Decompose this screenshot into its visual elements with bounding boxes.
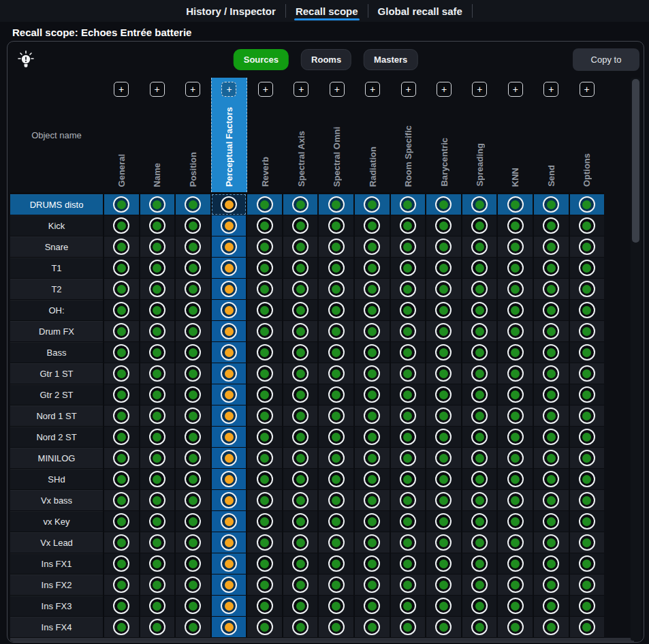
- scrollbar-thumb[interactable]: [632, 79, 639, 243]
- add-column-scope-button[interactable]: +: [365, 82, 380, 97]
- scope-cell[interactable]: [140, 532, 175, 553]
- scope-cell[interactable]: [355, 469, 390, 489]
- scope-cell[interactable]: [570, 448, 605, 468]
- scope-cell[interactable]: [570, 617, 605, 637]
- scope-cell[interactable]: [462, 300, 497, 320]
- scope-cell[interactable]: [426, 427, 461, 447]
- scope-cell[interactable]: [104, 405, 139, 426]
- scope-cell[interactable]: [570, 405, 605, 426]
- scope-cell[interactable]: [355, 342, 390, 363]
- add-column-scope-button[interactable]: +: [437, 82, 452, 97]
- scope-cell[interactable]: [319, 427, 353, 447]
- scope-cell[interactable]: [391, 596, 426, 616]
- object-row-label[interactable]: MINILOG: [10, 448, 103, 468]
- add-column-scope-button[interactable]: +: [508, 82, 523, 97]
- scope-cell[interactable]: [140, 405, 175, 426]
- add-column-scope-button[interactable]: +: [114, 82, 129, 97]
- tab-history-inspector[interactable]: History / Inspector: [176, 0, 285, 22]
- scope-cell[interactable]: [140, 511, 175, 532]
- scope-cell[interactable]: [355, 553, 390, 574]
- object-row-label[interactable]: Kick: [10, 215, 103, 236]
- scope-cell[interactable]: [391, 532, 426, 553]
- scope-cell[interactable]: [570, 553, 605, 574]
- scope-cell[interactable]: [462, 511, 497, 532]
- scope-cell[interactable]: [391, 215, 426, 236]
- scope-cell[interactable]: [391, 553, 426, 574]
- scope-cell[interactable]: [247, 617, 282, 637]
- scope-cell[interactable]: [212, 405, 247, 426]
- scope-cell[interactable]: [283, 617, 318, 637]
- scope-cell[interactable]: [140, 617, 175, 637]
- scope-cell[interactable]: [247, 427, 282, 447]
- scope-cell[interactable]: [212, 236, 247, 257]
- scope-cell[interactable]: [570, 279, 605, 299]
- scope-cell[interactable]: [176, 279, 210, 299]
- scope-cell[interactable]: [319, 448, 353, 468]
- scope-cell[interactable]: [176, 363, 210, 384]
- scope-cell[interactable]: [570, 363, 605, 384]
- scope-cell[interactable]: [426, 574, 461, 595]
- scope-cell[interactable]: [140, 574, 175, 595]
- scope-cell[interactable]: [176, 405, 210, 426]
- scope-cell[interactable]: [534, 490, 569, 510]
- scope-cell[interactable]: [462, 427, 497, 447]
- scope-cell[interactable]: [534, 342, 569, 363]
- scope-cell[interactable]: [212, 596, 247, 616]
- scope-cell[interactable]: [534, 363, 569, 384]
- scope-cell[interactable]: [319, 574, 353, 595]
- scope-cell[interactable]: [498, 617, 533, 637]
- scope-cell[interactable]: [462, 384, 497, 405]
- scope-cell[interactable]: [462, 469, 497, 489]
- scope-cell[interactable]: [426, 300, 461, 320]
- scope-cell[interactable]: [426, 448, 461, 468]
- scope-cell[interactable]: [391, 321, 426, 341]
- scope-cell[interactable]: [391, 490, 426, 510]
- scope-cell[interactable]: [355, 321, 390, 341]
- scope-cell[interactable]: [212, 363, 247, 384]
- scope-cell[interactable]: [426, 279, 461, 299]
- scope-cell[interactable]: [534, 194, 569, 215]
- scope-cell[interactable]: [247, 363, 282, 384]
- scope-cell[interactable]: [426, 215, 461, 236]
- scope-cell[interactable]: [355, 574, 390, 595]
- object-row-label[interactable]: Snare: [10, 236, 103, 257]
- scope-cell[interactable]: [176, 490, 210, 510]
- scope-cell[interactable]: [247, 342, 282, 363]
- scope-cell[interactable]: [462, 596, 497, 616]
- scope-cell[interactable]: [212, 617, 247, 637]
- scope-cell[interactable]: [283, 236, 318, 257]
- scope-cell[interactable]: [534, 258, 569, 278]
- scope-cell[interactable]: [319, 236, 353, 257]
- scope-cell[interactable]: [176, 300, 210, 320]
- scope-cell[interactable]: [247, 258, 282, 278]
- scope-cell[interactable]: [426, 342, 461, 363]
- scope-cell[interactable]: [426, 596, 461, 616]
- scope-cell[interactable]: [534, 321, 569, 341]
- scope-cell[interactable]: [498, 236, 533, 257]
- scope-cell[interactable]: [104, 574, 139, 595]
- object-row-label[interactable]: Ins FX3: [10, 596, 103, 616]
- scope-cell[interactable]: [570, 258, 605, 278]
- scope-cell[interactable]: [319, 511, 353, 532]
- scope-cell[interactable]: [570, 574, 605, 595]
- scope-cell[interactable]: [426, 490, 461, 510]
- scope-cell[interactable]: [462, 553, 497, 574]
- vertical-scrollbar[interactable]: [631, 78, 641, 641]
- scope-cell[interactable]: [570, 321, 605, 341]
- add-column-scope-button[interactable]: +: [258, 82, 273, 97]
- scope-cell[interactable]: [247, 553, 282, 574]
- filter-sources-button[interactable]: Sources: [234, 49, 289, 70]
- filter-rooms-button[interactable]: Rooms: [301, 49, 351, 70]
- scope-cell[interactable]: [462, 574, 497, 595]
- scope-cell[interactable]: [247, 236, 282, 257]
- scope-cell[interactable]: [212, 384, 247, 405]
- scope-cell[interactable]: [462, 363, 497, 384]
- scope-cell[interactable]: [534, 511, 569, 532]
- filter-masters-button[interactable]: Masters: [364, 49, 417, 70]
- scope-cell[interactable]: [534, 236, 569, 257]
- scope-cell[interactable]: [391, 384, 426, 405]
- scope-cell[interactable]: [283, 279, 318, 299]
- scope-cell[interactable]: [212, 553, 247, 574]
- scope-cell[interactable]: [212, 469, 247, 489]
- scope-cell[interactable]: [104, 279, 139, 299]
